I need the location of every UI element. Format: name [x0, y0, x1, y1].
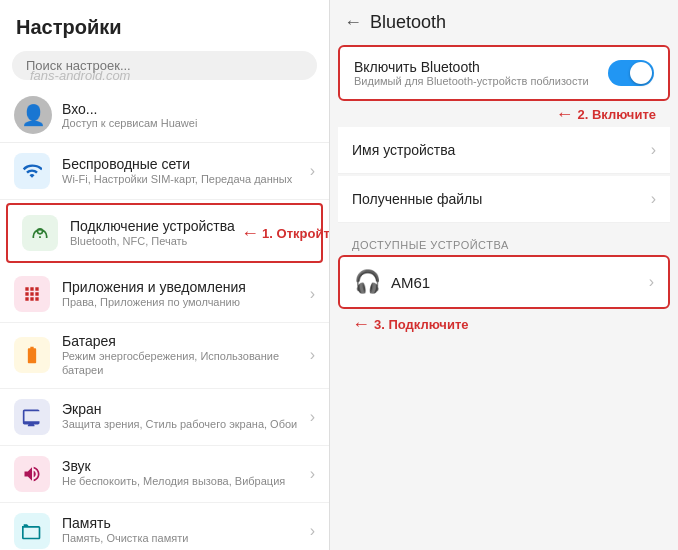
right-content: Включить Bluetooth Видимый для Bluetooth…	[330, 45, 678, 550]
step2-annotation: ← 2. Включите	[338, 105, 670, 127]
sound-text: Звук Не беспокоить, Мелодия вызова, Вибр…	[62, 458, 285, 488]
wifi-chevron: ›	[310, 162, 315, 180]
screen-title: Экран	[62, 401, 297, 417]
right-title: Bluetooth	[370, 12, 446, 33]
bt-enable-title: Включить Bluetooth	[354, 59, 589, 75]
step3-label: 3. Подключите	[374, 317, 469, 332]
device-card-am61[interactable]: 🎧 АМ61 ›	[338, 255, 670, 309]
received-files-chevron: ›	[651, 190, 656, 208]
settings-item-apps[interactable]: Приложения и уведомления Права, Приложен…	[0, 266, 329, 323]
step2-label: 2. Включите	[577, 107, 656, 122]
available-section-header: ДОСТУПНЫЕ УСТРОЙСТВА	[338, 229, 670, 255]
settings-title: Настройки	[0, 0, 329, 47]
device-am61-chevron: ›	[649, 273, 654, 291]
profile-name: Вхо...	[62, 101, 197, 117]
screen-icon	[14, 399, 50, 435]
screen-chevron: ›	[310, 408, 315, 426]
sound-chevron: ›	[310, 465, 315, 483]
settings-item-memory[interactable]: Память Память, Очистка памяти ›	[0, 503, 329, 550]
battery-text: Батарея Режим энергосбережения, Использо…	[62, 333, 298, 378]
profile-subtitle: Доступ к сервисам Huawei	[62, 117, 197, 129]
sound-icon	[14, 456, 50, 492]
step1-annotation: ← 1. Откройте	[241, 224, 329, 242]
sound-title: Звук	[62, 458, 285, 474]
profile-text: Вхо... Доступ к сервисам Huawei	[62, 101, 197, 129]
device-title: Подключение устройства	[70, 218, 235, 234]
step1-label: 1. Откройте	[262, 226, 329, 241]
battery-icon	[14, 337, 50, 373]
bt-enable-text: Включить Bluetooth Видимый для Bluetooth…	[354, 59, 589, 87]
device-subtitle: Bluetooth, NFC, Печать	[70, 234, 235, 248]
profile-row[interactable]: 👤 Вхо... Доступ к сервисам Huawei	[0, 88, 329, 143]
search-input[interactable]	[12, 51, 317, 80]
device-name-title: Имя устройства	[352, 142, 455, 158]
bt-enable-subtitle: Видимый для Bluetooth-устройств поблизос…	[354, 75, 589, 87]
memory-chevron: ›	[310, 522, 315, 540]
settings-list: Беспроводные сети Wi-Fi, Настройки SIM-к…	[0, 143, 329, 550]
step1-arrow: ←	[241, 224, 259, 242]
wifi-icon	[14, 153, 50, 189]
battery-title: Батарея	[62, 333, 298, 349]
step2-arrow: ←	[555, 105, 573, 123]
device-icon	[22, 215, 58, 251]
avatar: 👤	[14, 96, 52, 134]
sound-subtitle: Не беспокоить, Мелодия вызова, Вибрация	[62, 474, 285, 488]
battery-subtitle: Режим энергосбережения, Использование ба…	[62, 349, 298, 378]
back-button[interactable]: ←	[344, 12, 362, 33]
apps-chevron: ›	[310, 285, 315, 303]
memory-text: Память Память, Очистка памяти	[62, 515, 188, 545]
memory-subtitle: Память, Очистка памяти	[62, 531, 188, 545]
screen-text: Экран Защита зрения, Стиль рабочего экра…	[62, 401, 297, 431]
screen-subtitle: Защита зрения, Стиль рабочего экрана, Об…	[62, 417, 297, 431]
apps-title: Приложения и уведомления	[62, 279, 246, 295]
memory-title: Память	[62, 515, 188, 531]
settings-item-sound[interactable]: Звук Не беспокоить, Мелодия вызова, Вибр…	[0, 446, 329, 503]
step3-annotation: ← 3. Подключите	[338, 309, 670, 339]
received-files-title: Полученные файлы	[352, 191, 482, 207]
apps-icon	[14, 276, 50, 312]
right-header: ← Bluetooth	[330, 0, 678, 45]
settings-item-wifi[interactable]: Беспроводные сети Wi-Fi, Настройки SIM-к…	[0, 143, 329, 200]
headphone-icon: 🎧	[354, 269, 381, 295]
apps-subtitle: Права, Приложения по умолчанию	[62, 295, 246, 309]
settings-item-screen[interactable]: Экран Защита зрения, Стиль рабочего экра…	[0, 389, 329, 446]
battery-chevron: ›	[310, 346, 315, 364]
wifi-title: Беспроводные сети	[62, 156, 292, 172]
device-name-am61: АМ61	[391, 274, 430, 291]
toggle-thumb	[630, 62, 652, 84]
wifi-text: Беспроводные сети Wi-Fi, Настройки SIM-к…	[62, 156, 292, 186]
bt-enable-card[interactable]: Включить Bluetooth Видимый для Bluetooth…	[338, 45, 670, 101]
device-text: Подключение устройства Bluetooth, NFC, П…	[70, 218, 235, 248]
received-files-row[interactable]: Полученные файлы ›	[338, 176, 670, 223]
bt-toggle[interactable]	[608, 60, 654, 86]
right-panel: ← Bluetooth Включить Bluetooth Видимый д…	[330, 0, 678, 550]
left-panel: Настройки 👤 Вхо... Доступ к сервисам Hua…	[0, 0, 330, 550]
apps-text: Приложения и уведомления Права, Приложен…	[62, 279, 246, 309]
step3-arrow: ←	[352, 315, 370, 333]
memory-icon	[14, 513, 50, 549]
device-name-row[interactable]: Имя устройства ›	[338, 127, 670, 174]
wifi-subtitle: Wi-Fi, Настройки SIM-карт, Передача данн…	[62, 172, 292, 186]
device-name-chevron: ›	[651, 141, 656, 159]
settings-item-battery[interactable]: Батарея Режим энергосбережения, Использо…	[0, 323, 329, 389]
